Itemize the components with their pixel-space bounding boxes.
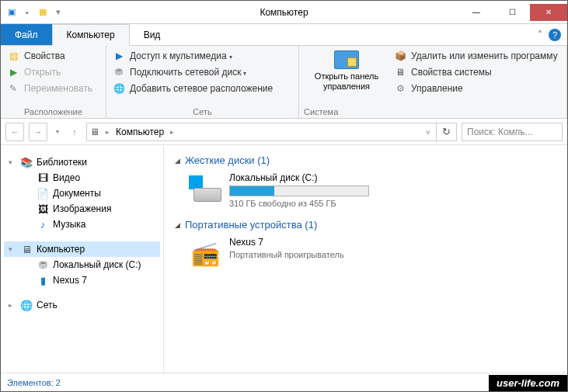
tree-network[interactable]: ▸🌐Сеть <box>4 297 160 313</box>
map-drive-button[interactable]: ⛃Подключить сетевой диск <box>111 65 294 79</box>
open-label: Открыть <box>24 67 61 78</box>
expand-icon[interactable]: ▾ <box>9 158 16 166</box>
monitor-icon: 🖥 <box>394 66 406 78</box>
media-label: Доступ к мультимедиа <box>130 50 232 61</box>
tree-nexus[interactable]: ▮Nexus 7 <box>4 272 160 288</box>
drive-name: Локальный диск (C:) <box>229 172 556 183</box>
device-icon: ▮ <box>37 274 49 286</box>
close-button[interactable]: ✕ <box>530 4 567 21</box>
search-placeholder: Поиск: Компь... <box>467 127 533 137</box>
minimize-button[interactable]: — <box>458 4 494 21</box>
collapse-ribbon-icon[interactable]: ˄ <box>538 29 542 40</box>
tree-documents[interactable]: 📄Документы <box>4 186 160 201</box>
group-label-system: Система <box>304 106 338 116</box>
forward-button[interactable]: → <box>29 123 47 141</box>
collapse-icon[interactable]: ◢ <box>175 221 180 229</box>
main-pane: ◢Жесткие диски (1) Локальный диск (C:) 3… <box>164 145 567 373</box>
tree-computer[interactable]: ▾🖥Компьютер <box>4 241 160 257</box>
uninstall-label: Удалить или изменить программу <box>411 50 558 61</box>
open-icon: ▶ <box>7 66 19 78</box>
control-panel-button[interactable]: Открыть панельуправления <box>304 49 389 106</box>
collapse-icon[interactable]: ◢ <box>175 157 180 165</box>
system-properties-button[interactable]: 🖥Свойства системы <box>392 65 559 79</box>
window-title: Компьютер <box>260 7 308 18</box>
portable-device-icon: 📻 <box>189 237 221 269</box>
ribbon-group-network: ▶Доступ к мультимедиа ⛃Подключить сетево… <box>106 46 299 118</box>
title-bar: ▣ ▪ ▦ ▾ Компьютер — ☐ ✕ <box>1 1 567 24</box>
ribbon-group-location: ▤Свойства ▶Открыть ✎Переименовать Распол… <box>1 46 106 118</box>
control-panel-label-1: Открыть панель <box>315 71 378 81</box>
properties-button[interactable]: ▤Свойства <box>5 49 101 63</box>
computer-icon: ▣ <box>5 6 18 19</box>
libraries-icon: 📚 <box>20 156 33 168</box>
maximize-button[interactable]: ☐ <box>494 4 530 21</box>
up-button[interactable]: ↑ <box>68 123 82 141</box>
system-properties-label: Свойства системы <box>411 67 492 78</box>
qat-dropdown-icon[interactable]: ▾ <box>52 6 64 19</box>
drive-icon: ⛃ <box>113 66 125 78</box>
address-root[interactable]: Компьютер <box>116 127 164 137</box>
group-header-portable[interactable]: ◢Портативные устройства (1) <box>175 217 556 235</box>
video-icon: 🎞 <box>37 172 49 184</box>
manage-label: Управление <box>411 83 463 94</box>
music-icon: ♪ <box>37 218 49 231</box>
computer-tree-icon: 🖥 <box>20 243 33 255</box>
search-input[interactable]: Поиск: Компь... <box>462 123 563 141</box>
rename-label: Переименовать <box>24 83 92 94</box>
window-controls: — ☐ ✕ <box>458 4 567 21</box>
group-label-network: Сеть <box>111 106 294 116</box>
properties-qat-icon[interactable]: ▦ <box>37 6 49 19</box>
tree-libraries[interactable]: ▾📚Библиотеки <box>4 154 160 170</box>
drive-free-text: 310 ГБ свободно из 455 ГБ <box>229 199 556 208</box>
expand-icon[interactable]: ▸ <box>9 301 16 309</box>
expand-icon[interactable]: ▾ <box>9 245 16 253</box>
qat-separator-icon: ▪ <box>21 6 33 19</box>
local-disk-icon <box>189 172 221 205</box>
media-access-button[interactable]: ▶Доступ к мультимедиа <box>111 49 294 63</box>
add-location-button[interactable]: 🌐Добавить сетевое расположение <box>111 82 294 95</box>
group-header-hdd[interactable]: ◢Жесткие диски (1) <box>175 153 556 171</box>
uninstall-button[interactable]: 📦Удалить или изменить программу <box>392 49 559 63</box>
refresh-button[interactable]: ↻ <box>437 123 457 141</box>
drive-usage-bar <box>229 186 369 196</box>
tab-file[interactable]: Файл <box>1 24 52 45</box>
tree-video[interactable]: 🎞Видео <box>4 170 160 186</box>
status-bar: Элементов: 2 ☰ ▦ <box>1 373 567 391</box>
tree-pictures[interactable]: 🖼Изображения <box>4 201 160 217</box>
ribbon-body: ▤Свойства ▶Открыть ✎Переименовать Распол… <box>1 46 567 119</box>
pictures-icon: 🖼 <box>37 203 49 215</box>
add-location-label: Добавить сетевое расположение <box>130 83 273 94</box>
navigation-pane: ▾📚Библиотеки 🎞Видео 📄Документы 🖼Изображе… <box>1 145 164 373</box>
control-panel-label-2: управления <box>323 82 370 91</box>
address-bar[interactable]: 🖥▸Компьютер▸ v <box>86 123 437 141</box>
globe-icon: 🌐 <box>113 82 125 95</box>
properties-icon: ▤ <box>7 50 19 62</box>
tree-music[interactable]: ♪Музыка <box>4 217 160 232</box>
open-button[interactable]: ▶Открыть <box>5 65 101 79</box>
uninstall-icon: 📦 <box>394 50 406 62</box>
computer-crumb-icon: 🖥 <box>90 127 99 137</box>
tab-computer[interactable]: Компьютер <box>52 24 130 46</box>
content-area: ▾📚Библиотеки 🎞Видео 📄Документы 🖼Изображе… <box>1 145 567 373</box>
recent-locations-button[interactable]: ▾ <box>52 123 63 141</box>
rename-button[interactable]: ✎Переименовать <box>5 82 101 95</box>
back-button[interactable]: ← <box>5 123 24 141</box>
rename-icon: ✎ <box>7 82 19 95</box>
navigation-bar: ← → ▾ ↑ 🖥▸Компьютер▸ v ↻ Поиск: Компь... <box>1 119 567 145</box>
map-drive-label: Подключить сетевой диск <box>130 67 246 78</box>
tree-local-disk[interactable]: ⛃Локальный диск (C:) <box>4 257 160 272</box>
help-icon[interactable]: ? <box>549 29 561 41</box>
device-subtitle: Портативный проигрыватель <box>229 250 556 259</box>
manage-button[interactable]: ⚙Управление <box>392 82 559 95</box>
control-panel-icon <box>334 50 359 69</box>
device-nexus7[interactable]: 📻 Nexus 7 Портативный проигрыватель <box>175 235 556 279</box>
status-item-count: Элементов: 2 <box>7 378 61 387</box>
quick-access-toolbar: ▣ ▪ ▦ ▾ <box>1 6 64 19</box>
gear-icon: ⚙ <box>394 82 406 95</box>
group-label-location: Расположение <box>5 106 101 116</box>
network-icon: 🌐 <box>20 299 33 311</box>
drive-local-disk[interactable]: Локальный диск (C:) 310 ГБ свободно из 4… <box>175 171 556 217</box>
hdd-icon: ⛃ <box>37 258 49 271</box>
tab-view[interactable]: Вид <box>130 24 175 45</box>
address-dropdown-icon[interactable]: v <box>423 128 434 136</box>
